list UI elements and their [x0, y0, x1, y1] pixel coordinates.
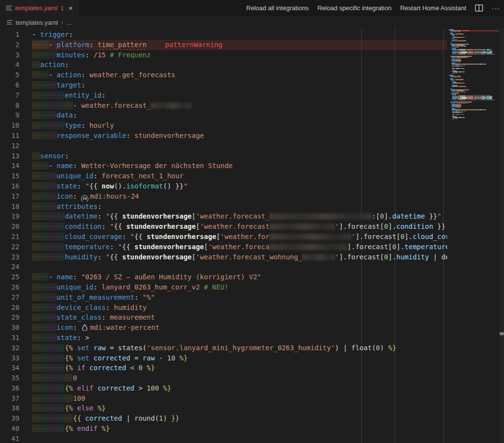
- code-line[interactable]: 23········humidity: "{{ stundenvorhersag…: [0, 252, 447, 262]
- code-line[interactable]: 6······target:: [0, 80, 447, 90]
- code-line[interactable]: 13··sensor:: [0, 151, 447, 161]
- code-token: time_pattern: [98, 41, 147, 49]
- line-number: 12: [0, 141, 19, 151]
- code-line[interactable]: 2····- platform: time_patternpatternWarn…: [0, 40, 447, 50]
- more-actions-button[interactable]: ···: [492, 4, 500, 12]
- code-token: humidity: [65, 253, 97, 261]
- tab-error-badge: 1: [60, 5, 64, 12]
- code-token: mdi:water-percent: [90, 324, 159, 331]
- code-line[interactable]: 26······unique_id: lanyard_0263_hum_corr…: [0, 282, 447, 292]
- code-line[interactable]: 34········{% if corrected < 0 %}: [0, 363, 447, 373]
- code-token: device_class: [57, 304, 106, 311]
- indent-guide: ··: [40, 212, 49, 220]
- water-percent-icon: [81, 324, 88, 331]
- editor[interactable]: 1- trigger:2····- platform: time_pattern…: [0, 29, 504, 443]
- code-line[interactable]: 11······response_variable: stundenvorher…: [0, 131, 447, 141]
- code-area[interactable]: 1- trigger:2····- platform: time_pattern…: [0, 29, 504, 443]
- code-line[interactable]: 18······attributes:: [0, 202, 447, 212]
- restart-home-assistant-button[interactable]: Restart Home Assistant: [400, 4, 466, 12]
- code-line[interactable]: 1- trigger:: [0, 30, 447, 40]
- close-icon[interactable]: ×: [68, 4, 73, 12]
- code-token: 'sensor.lanyard_mini_hygrometer_0263_hum…: [147, 344, 335, 352]
- code-line[interactable]: 37··········100: [0, 393, 447, 404]
- code-line[interactable]: 7········entity_id:: [0, 90, 447, 101]
- code-token: {{: [114, 222, 126, 230]
- code-line[interactable]: 4··action:: [0, 60, 447, 70]
- code-line[interactable]: 12: [0, 141, 447, 151]
- breadcrumb-file[interactable]: templates.yaml: [16, 19, 58, 26]
- code-token: corrected: [89, 364, 126, 372]
- code-line[interactable]: 31······state: >: [0, 333, 447, 343]
- code-token: [: [196, 222, 200, 230]
- code-token: set: [77, 354, 94, 362]
- code-token: ": [85, 182, 89, 190]
- indent-guide: ··: [40, 404, 49, 412]
- code-token: 0: [73, 374, 77, 382]
- code-line[interactable]: 5····- action: weather.get_forecasts: [0, 70, 447, 80]
- line-number: 1: [0, 30, 19, 40]
- code-line[interactable]: 21········cloud_coverage: "{{ stundenvor…: [0, 232, 447, 242]
- code-line[interactable]: 28······device_class: humidity: [0, 303, 447, 313]
- code-line[interactable]: 17······icon: 24mdi:hours-24: [0, 191, 447, 202]
- code-token: ].forecast[: [347, 243, 392, 251]
- indent-guide: ··: [32, 162, 40, 170]
- indent-guide: ··: [40, 222, 49, 230]
- reload-specific-integration-button[interactable]: Reload specific integration: [318, 4, 391, 12]
- code-line[interactable]: 30······icon: mdi:water-percent: [0, 323, 447, 333]
- code-token: -: [49, 162, 57, 170]
- indent-guide: ··: [32, 121, 40, 129]
- code-line[interactable]: 10········type: hourly: [0, 120, 447, 131]
- indent-guide: ··: [49, 334, 57, 341]
- code-token: >: [134, 384, 147, 392]
- indent-guide: ··: [32, 414, 40, 422]
- code-line[interactable]: 39··········{{ corrected | round(1) }}: [0, 413, 447, 424]
- minimap[interactable]: [449, 29, 499, 120]
- code-token: 1: [159, 414, 163, 422]
- code-line[interactable]: 16······state: "{{ now().isoformat() }}": [0, 181, 447, 191]
- code-line[interactable]: 32········{% set raw = states('sensor.la…: [0, 343, 447, 353]
- line-number: 11: [0, 131, 19, 141]
- breadcrumb-more[interactable]: …: [66, 19, 72, 26]
- code-line[interactable]: 14····- name: Wetter-Vorhersage der näch…: [0, 161, 447, 171]
- code-line[interactable]: 25····- name: "0263 / SZ – außen Humidit…: [0, 272, 447, 282]
- code-token: 10: [167, 354, 175, 362]
- split-editor-icon[interactable]: [475, 4, 483, 12]
- indent-guide: ··: [32, 111, 40, 119]
- code-token: Wetter-Vorhersage der nächsten Stunde: [81, 162, 233, 170]
- indent-guide: ··: [40, 81, 49, 89]
- code-line[interactable]: 29······state_class: measurement: [0, 312, 447, 323]
- code-token: -: [49, 71, 57, 79]
- code-line[interactable]: 40········{% endif %}: [0, 424, 447, 434]
- scrollbar[interactable]: [500, 29, 504, 443]
- indent-guide: ··: [49, 425, 57, 432]
- indent-guide: ··: [32, 304, 40, 311]
- code-line[interactable]: 19········datetime: "{{ stundenvorhersag…: [0, 211, 447, 222]
- reload-all-integrations-button[interactable]: Reload all integrations: [246, 4, 309, 12]
- code-token: [: [216, 233, 220, 240]
- code-line[interactable]: 20········condition: "{{ stundenvorhersa…: [0, 222, 447, 232]
- indent-guide: ··: [57, 404, 65, 412]
- code-line[interactable]: 15······unique_id: forecast_next_1_hour: [0, 171, 447, 181]
- indent-guide: ··: [49, 172, 57, 180]
- code-line[interactable]: 27······unit_of_measurement: "%": [0, 292, 447, 303]
- code-line[interactable]: 22········temperature: "{{ stundenvorher…: [0, 242, 447, 252]
- code-line[interactable]: 3······minutes: /15 # Frequenz: [0, 50, 447, 60]
- code-line[interactable]: 41: [0, 434, 447, 443]
- code-token: 'weather.for: [220, 233, 269, 240]
- editor-toolbar: Reload all integrations Reload specific …: [246, 0, 500, 16]
- code-token: | round(: [122, 414, 159, 422]
- code-token: unique_id: [57, 172, 94, 180]
- code-line[interactable]: 35··········0: [0, 373, 447, 383]
- code-line[interactable]: 33········{% set corrected = raw - 10 %}: [0, 353, 447, 363]
- code-line[interactable]: 9······data:: [0, 110, 447, 120]
- indent-guide: ··: [40, 162, 49, 170]
- code-line[interactable]: 8··········- weather.forecast_: [0, 101, 447, 111]
- code-line[interactable]: 24: [0, 262, 447, 272]
- code-token: stundenvorhersage: [126, 222, 196, 230]
- code-token: weather.get_forecasts: [89, 71, 175, 79]
- code-line[interactable]: 38········{% else %}: [0, 403, 447, 413]
- code-token: 0: [392, 243, 396, 251]
- tab-templates-yaml[interactable]: templates.yaml 1 ×: [0, 0, 79, 16]
- code-line[interactable]: 36········{% elif corrected > 100 %}: [0, 383, 447, 393]
- code-token: data: [57, 111, 73, 119]
